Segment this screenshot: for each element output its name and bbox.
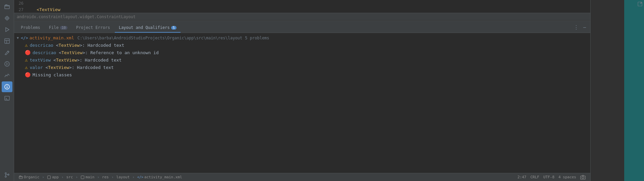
sidebar-icon-play[interactable]: [2, 24, 12, 35]
problem-row-1[interactable]: ⚠ descricao <TextView>: Hardcoded text: [14, 41, 590, 49]
file-entry-row[interactable]: ▼ </> activity_main.xml C:\Users\barba\A…: [14, 34, 590, 41]
tab-file-badge: 10: [60, 26, 67, 30]
svg-marker-7: [6, 28, 9, 32]
warning-icon-4: ⚠: [25, 65, 28, 70]
code-content-27: <TextView: [26, 7, 60, 12]
status-project[interactable]: Organic: [17, 175, 41, 179]
status-main[interactable]: main: [79, 175, 97, 179]
svg-point-16: [7, 85, 7, 86]
problem-text-3: textView <TextView>: Hardcoded text: [30, 58, 121, 63]
problem-tag-2: TextView: [61, 50, 83, 55]
status-file[interactable]: </> activity_main.xml: [135, 175, 184, 179]
more-options-button[interactable]: ⋮: [572, 24, 580, 31]
problem-text-1: descricao <TextView>: Hardcoded text: [30, 43, 124, 48]
problem-tag-bracket-close-2: >:: [83, 50, 90, 55]
problems-panel: ▼ </> activity_main.xml C:\Users\barba\A…: [14, 33, 590, 173]
minimize-button[interactable]: −: [582, 24, 588, 31]
svg-point-2: [6, 17, 8, 19]
minimap-teal: [624, 0, 644, 181]
problem-row-5[interactable]: 🔴 Missing classes: [14, 71, 590, 78]
code-line-27: 27 <TextView: [14, 6, 590, 13]
error-icon-2: 🔴: [25, 50, 31, 55]
sidebar-icon-tools[interactable]: [2, 13, 12, 24]
svg-point-19: [5, 173, 6, 174]
warning-icon-1: ⚠: [25, 42, 28, 48]
chevron-down-icon: ▼: [17, 36, 19, 40]
sidebar-icon-design[interactable]: [2, 47, 12, 58]
breadcrumb-arrow-4: ›: [97, 175, 99, 179]
warning-icon-3: ⚠: [25, 57, 28, 63]
tabs-bar: Problems File 10 Project Errors Layout a…: [14, 21, 590, 33]
svg-marker-13: [6, 63, 8, 65]
problem-tag-bracket-open-3: <: [53, 58, 56, 63]
status-bar: Organic › app › src › main › res › layou…: [14, 173, 590, 181]
problem-tag-1: TextView: [59, 43, 80, 48]
problem-tag-bracket-open-1: <: [56, 43, 59, 48]
minimap-area: [590, 0, 644, 181]
status-line-ending[interactable]: CRLF: [528, 175, 541, 179]
status-indent-value: 4 spaces: [558, 175, 576, 179]
status-encoding-value: UTF-8: [543, 175, 554, 179]
problem-tag-bracket-close-3: >:: [77, 58, 85, 63]
xml-file-icon: </>: [21, 36, 28, 40]
tab-file[interactable]: File 10: [45, 23, 71, 33]
problem-tag-bracket-open-2: <: [59, 50, 61, 55]
tab-layout-qualifiers[interactable]: Layout and Qualifiers 5: [115, 23, 181, 33]
tab-problems-label: Problems: [21, 25, 40, 30]
status-file-name: activity_main.xml: [144, 175, 182, 179]
svg-rect-17: [5, 96, 9, 100]
code-area: 26 27 <TextView androidx.constraintlayou…: [14, 0, 590, 21]
svg-point-26: [582, 177, 584, 179]
svg-point-1: [5, 16, 9, 20]
file-path: C:\Users\barba\AndroidStudioProjects\Org…: [78, 36, 242, 40]
problem-row-3[interactable]: ⚠ textView <TextView>: Hardcoded text: [14, 56, 590, 64]
sidebar-icon-directory[interactable]: [2, 1, 12, 12]
breadcrumb-bar: androidx.constraintlayout.widget.Constra…: [14, 13, 590, 20]
tab-project-errors[interactable]: Project Errors: [72, 23, 114, 33]
breadcrumb-arrow-1: ›: [42, 175, 44, 179]
problem-message-3: Hardcoded text: [85, 58, 122, 63]
problem-tag-bracket-close-4: >:: [69, 65, 77, 70]
problem-tag-bracket-close-1: >:: [80, 43, 87, 48]
expand-icon[interactable]: [637, 1, 643, 8]
tab-project-errors-label: Project Errors: [76, 25, 110, 30]
status-module[interactable]: app: [45, 175, 61, 179]
sidebar-icon-git[interactable]: [2, 170, 12, 180]
status-position[interactable]: 2:47: [515, 175, 529, 179]
tab-problems[interactable]: Problems: [17, 23, 44, 33]
status-layout[interactable]: layout: [114, 175, 132, 179]
breadcrumb-arrow-6: ›: [132, 175, 135, 179]
problem-text-2: descricao <TextView>: Reference to an un…: [33, 50, 159, 55]
file-problems-count: 5 problems: [245, 36, 269, 40]
sidebar-icon-terminal[interactable]: [2, 93, 12, 104]
camera-icon: [580, 175, 586, 180]
status-res[interactable]: res: [100, 175, 111, 179]
problem-message-1: Hardcoded text: [88, 43, 125, 48]
code-tag-textview: <TextView: [37, 7, 60, 12]
status-res-label: res: [102, 175, 109, 179]
sidebar-icon-info[interactable]: [2, 81, 12, 92]
sidebar-icon-layout[interactable]: [2, 36, 12, 46]
error-icon-5: 🔴: [25, 72, 31, 77]
status-encoding[interactable]: UTF-8: [541, 175, 556, 179]
breadcrumb-arrow-2: ›: [61, 175, 64, 179]
sidebar-icon-run[interactable]: [2, 59, 12, 69]
svg-point-20: [5, 176, 6, 177]
tab-file-label: File: [49, 25, 59, 30]
project-icon: [19, 175, 23, 179]
status-main-label: main: [86, 175, 95, 179]
sidebar-icon-profiler[interactable]: [2, 70, 12, 81]
problem-row-4[interactable]: ⚠ valor <TextView>: Hardcoded text: [14, 64, 590, 71]
breadcrumb-text: androidx.constraintlayout.widget.Constra…: [17, 14, 136, 19]
code-line-26: 26: [14, 0, 590, 6]
main-content: 26 27 <TextView androidx.constraintlayou…: [14, 0, 590, 181]
problem-row-2[interactable]: 🔴 descricao <TextView>: Reference to an …: [14, 49, 590, 56]
tab-layout-qualifiers-label: Layout and Qualifiers: [119, 25, 170, 30]
status-src[interactable]: src: [64, 175, 75, 179]
status-indent[interactable]: 4 spaces: [556, 175, 578, 179]
status-screenshot-icon[interactable]: [578, 175, 588, 180]
svg-rect-23: [47, 176, 50, 179]
problem-message-4: Hardcoded text: [77, 65, 114, 70]
svg-rect-22: [19, 176, 22, 179]
problem-tag-4: TextView: [48, 65, 69, 70]
